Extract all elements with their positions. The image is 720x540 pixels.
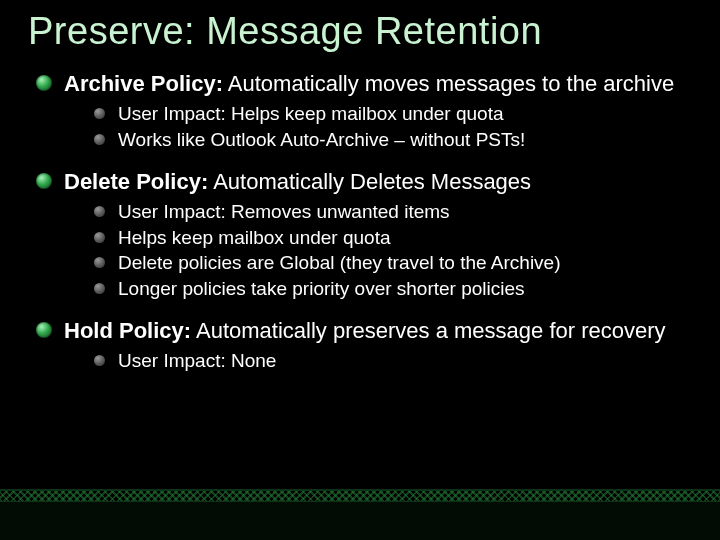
list-item: Delete Policy: Automatically Deletes Mes… (34, 169, 692, 302)
list-item: Longer policies take priority over short… (94, 276, 692, 302)
delete-policy-line: Delete Policy: Automatically Deletes Mes… (64, 169, 692, 195)
list-item: User Impact: Helps keep mailbox under qu… (94, 101, 692, 127)
list-item: Delete policies are Global (they travel … (94, 250, 692, 276)
archive-policy-line: Archive Policy: Automatically moves mess… (64, 71, 692, 97)
hold-sublist: User Impact: None (94, 348, 692, 374)
list-item: Archive Policy: Automatically moves mess… (34, 71, 692, 153)
archive-policy-desc: Automatically moves messages to the arch… (223, 71, 674, 96)
delete-policy-label: Delete Policy: (64, 169, 208, 194)
delete-policy-desc: Automatically Deletes Messages (208, 169, 531, 194)
list-item: Hold Policy: Automatically preserves a m… (34, 318, 692, 374)
hold-policy-line: Hold Policy: Automatically preserves a m… (64, 318, 692, 344)
archive-sublist: User Impact: Helps keep mailbox under qu… (94, 101, 692, 152)
hold-policy-desc: Automatically preserves a message for re… (191, 318, 665, 343)
footer-fill (0, 502, 720, 540)
page-title: Preserve: Message Retention (28, 10, 692, 53)
list-item: Works like Outlook Auto-Archive – withou… (94, 127, 692, 153)
list-item: Helps keep mailbox under quota (94, 225, 692, 251)
policy-list: Archive Policy: Automatically moves mess… (34, 71, 692, 374)
list-item: User Impact: Removes unwanted items (94, 199, 692, 225)
list-item: User Impact: None (94, 348, 692, 374)
slide: Preserve: Message Retention Archive Poli… (0, 0, 720, 540)
archive-policy-label: Archive Policy: (64, 71, 223, 96)
delete-sublist: User Impact: Removes unwanted items Help… (94, 199, 692, 302)
hold-policy-label: Hold Policy: (64, 318, 191, 343)
footer-pattern (0, 489, 720, 502)
